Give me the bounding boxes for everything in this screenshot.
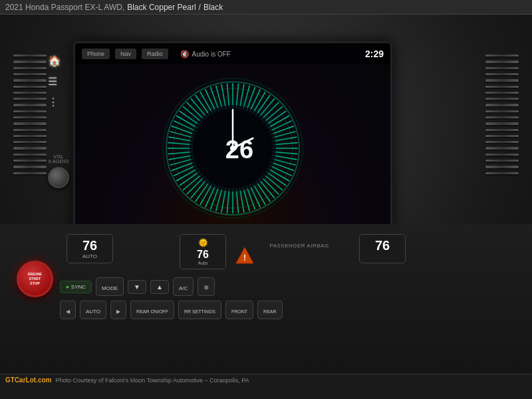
radio-tab[interactable]: Radio bbox=[142, 49, 168, 59]
audio-status-text: Audio is OFF bbox=[192, 51, 231, 58]
vent-slat bbox=[485, 104, 519, 106]
vent-slat bbox=[13, 116, 47, 118]
center-climate-display: 🌞 76 Auto bbox=[180, 234, 226, 269]
mode-label: MODE bbox=[102, 285, 118, 291]
vent-slat bbox=[13, 122, 47, 124]
right-vent bbox=[485, 55, 519, 174]
infotainment-screen[interactable]: Phone Nav Radio 🔇 Audio is OFF 2:29 bbox=[73, 41, 392, 234]
clock-svg: 26 bbox=[160, 75, 306, 221]
left-vent bbox=[13, 55, 47, 174]
vent-slat bbox=[485, 67, 519, 69]
vent-slat bbox=[485, 61, 519, 63]
driver-heat-right-icon: ▶ bbox=[116, 309, 120, 315]
page-footer: GTCarLot.com Photo Courtesy of Falconi's… bbox=[0, 374, 532, 386]
driver-heat-right-button[interactable]: ▶ bbox=[110, 301, 126, 319]
vent-slat bbox=[13, 141, 47, 143]
vent-slat bbox=[485, 92, 519, 94]
settings-icon[interactable]: ⋮ bbox=[48, 96, 61, 108]
center-mode: Auto bbox=[198, 261, 207, 265]
vent-slat bbox=[13, 154, 47, 156]
photo-credit: Photo Courtesy of Falconi's Moon Townshi… bbox=[55, 377, 249, 384]
sync-indicator: ● bbox=[66, 284, 69, 290]
sync-label: SYNC bbox=[71, 284, 86, 290]
center-temp: 76 bbox=[197, 249, 209, 261]
home-icon[interactable]: 🏠 bbox=[48, 55, 61, 67]
screen-left-buttons: 🏠 ☰ ⋮ bbox=[48, 55, 61, 108]
vent-slat bbox=[485, 73, 519, 75]
ac-button[interactable]: A/C bbox=[173, 277, 194, 296]
vent-slat bbox=[13, 147, 47, 149]
phone-tab[interactable]: Phone bbox=[82, 49, 110, 59]
auto-label: AUTO bbox=[86, 309, 100, 315]
ac-label: A/C bbox=[179, 285, 188, 291]
rear-button[interactable]: REAR bbox=[257, 301, 282, 319]
vent-slat bbox=[13, 160, 47, 162]
fan-up-icon: ▲ bbox=[156, 283, 163, 291]
airbag-warning-label: PASSENGER AIRBAG bbox=[259, 243, 339, 249]
svg-point-80 bbox=[230, 146, 235, 151]
clock-visualizer: 26 bbox=[75, 65, 390, 232]
menu-icon[interactable]: ☰ bbox=[48, 75, 61, 88]
driver-heat-left-button[interactable]: ◀ bbox=[60, 301, 76, 319]
vent-slat bbox=[13, 92, 47, 94]
vent-slat bbox=[13, 110, 47, 112]
vent-slat bbox=[485, 154, 519, 156]
rr-settings-label: RR SETTINGS bbox=[184, 309, 215, 314]
audio-mute-icon: 🔇 bbox=[180, 50, 190, 59]
vent-slat bbox=[13, 67, 47, 69]
fan-up-button[interactable]: ▲ bbox=[150, 280, 169, 294]
engine-start-button[interactable]: ENGINESTARTSTOP bbox=[17, 261, 53, 297]
vent-slat bbox=[13, 73, 47, 75]
screen-display: Phone Nav Radio 🔇 Audio is OFF 2:29 bbox=[75, 43, 390, 232]
vent-slat bbox=[485, 98, 519, 100]
svg-text:!: ! bbox=[243, 253, 246, 263]
driver-climate-display: 76 AUTO bbox=[66, 234, 113, 263]
driver-mode: AUTO bbox=[74, 253, 106, 259]
front-button[interactable]: FRONT bbox=[225, 301, 253, 319]
photo-area: Phone Nav Radio 🔇 Audio is OFF 2:29 bbox=[0, 15, 532, 374]
hazard-triangle-icon: ! bbox=[234, 245, 255, 267]
vent-slat bbox=[485, 147, 519, 149]
mode-button[interactable]: MODE bbox=[96, 277, 124, 296]
vent-slat bbox=[13, 98, 47, 100]
vent-slat bbox=[13, 172, 47, 174]
vent-slat bbox=[485, 116, 519, 118]
volume-knob[interactable] bbox=[48, 167, 69, 188]
vent-slat bbox=[485, 79, 519, 81]
center-temp-icon: 🌞 bbox=[198, 238, 208, 247]
vent-slat bbox=[485, 122, 519, 124]
vent-slat bbox=[485, 129, 519, 131]
vent-slat bbox=[13, 61, 47, 63]
fan-down-icon: ▼ bbox=[134, 283, 140, 291]
vent-slat bbox=[485, 172, 519, 174]
vent-slat bbox=[13, 86, 47, 88]
controls-panel: ! PASSENGER AIRBAG ENGINESTARTSTOP 76 AU… bbox=[0, 224, 532, 374]
interior-color: Black bbox=[203, 3, 223, 12]
bottom-controls-row: ● SYNC MODE ▼ ▲ A/C ❄ bbox=[60, 277, 519, 296]
auto-button[interactable]: AUTO bbox=[80, 301, 106, 319]
car-model-title: 2021 Honda Passport EX-L AWD, bbox=[5, 3, 124, 12]
front-label: FRONT bbox=[231, 309, 247, 314]
vent-slat bbox=[485, 86, 519, 88]
nav-tab[interactable]: Nav bbox=[115, 49, 136, 59]
bottom-controls-row-2: ◀ AUTO ▶ REAR ON/OFF RR SETTINGS FRONT R… bbox=[60, 301, 519, 319]
sync-button[interactable]: ● SYNC bbox=[60, 281, 92, 293]
page-header: 2021 Honda Passport EX-L AWD, Black Copp… bbox=[0, 0, 532, 15]
vent-slat bbox=[485, 141, 519, 143]
passenger-temp: 76 bbox=[366, 238, 398, 253]
vent-slat bbox=[485, 166, 519, 168]
volume-control-area: VOL⊙AUDIO bbox=[48, 154, 69, 188]
hazard-button[interactable]: ! bbox=[231, 243, 258, 269]
fan-down-button[interactable]: ▼ bbox=[128, 280, 146, 294]
color-separator: / bbox=[199, 3, 201, 12]
exterior-color: Black Copper Pearl bbox=[127, 3, 196, 12]
defrost-button[interactable]: ❄ bbox=[198, 277, 215, 296]
rear-label: REAR bbox=[263, 309, 276, 314]
vent-slat bbox=[13, 135, 47, 137]
audio-status: 🔇 Audio is OFF bbox=[180, 50, 231, 59]
vol-label: VOL⊙AUDIO bbox=[48, 154, 68, 164]
gtcarlot-logo: GTCarLot.com bbox=[5, 376, 51, 384]
rr-settings-button[interactable]: RR SETTINGS bbox=[178, 301, 221, 319]
rear-on-off-button[interactable]: REAR ON/OFF bbox=[130, 301, 174, 319]
rear-on-off-label: REAR ON/OFF bbox=[136, 309, 168, 314]
